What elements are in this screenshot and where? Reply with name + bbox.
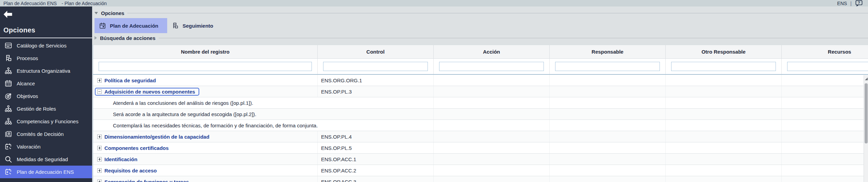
record-link[interactable]: Adquisición de nuevos componentes [104, 89, 195, 95]
record-name-wrapper: Identificación [95, 155, 142, 163]
sidebar-item[interactable]: Gestión de Roles [0, 102, 92, 115]
sidebar-item[interactable]: Catálogo de Servicios [0, 39, 92, 52]
record-link[interactable]: Segregación de funciones y tareas [104, 179, 189, 182]
control-cell: ENS.OP.ACC.1 [318, 154, 434, 165]
column-filter-input[interactable] [323, 62, 428, 71]
sidebar-title: Opciones [0, 19, 92, 38]
action-description-cell: Será acorde a la arquitectura de segurid… [93, 109, 434, 120]
sidebar-item[interactable]: Plan de Adecuación ENS [0, 166, 92, 178]
column-filter-input[interactable] [671, 62, 776, 71]
otro-responsable-cell [666, 97, 782, 108]
record-name-wrapper: Política de seguridad [95, 76, 160, 84]
expand-icon[interactable] [97, 78, 102, 83]
otro-responsable-cell [666, 154, 782, 165]
search-section-header[interactable]: Búsqueda de acciones [95, 33, 868, 43]
column-header[interactable]: Otro Responsable [666, 45, 782, 59]
sidebar-item-label: Medidas de Seguridad [17, 156, 68, 162]
view-tabs: Plan de AdecuaciónSeguimiento [95, 18, 868, 33]
accion-cell [434, 109, 550, 120]
responsable-cell [550, 154, 666, 165]
record-link[interactable]: Política de seguridad [104, 78, 156, 83]
breadcrumb: - Plan de Adecuación [61, 1, 106, 6]
recursos-cell [782, 75, 868, 86]
otro-responsable-cell [666, 120, 782, 131]
responsable-cell [550, 176, 666, 182]
recursos-cell [782, 97, 868, 108]
recursos-cell [782, 86, 868, 97]
otro-responsable-cell [666, 86, 782, 97]
column-filter-input[interactable] [555, 62, 660, 71]
record-link[interactable]: Identificación [104, 156, 138, 162]
record-link[interactable]: Componentes certificados [104, 145, 169, 151]
sidebar-item[interactable]: Comités de Decisión [0, 128, 92, 140]
recursos-cell [782, 120, 868, 131]
sidebar-item-label: Plan de Adecuación ENS [17, 169, 74, 175]
accion-cell [434, 75, 550, 86]
control-cell: ENS.OP.PL.3 [318, 86, 434, 97]
column-header[interactable]: Responsable [550, 45, 666, 59]
sidebar-item-label: Valoración [17, 144, 41, 150]
column-header[interactable]: Nombre del registro [93, 45, 318, 59]
record-name-cell: Componentes certificados [93, 142, 318, 153]
accion-cell [434, 86, 550, 97]
sidebar-item[interactable]: Valoración [0, 140, 92, 153]
expand-icon[interactable] [97, 146, 102, 150]
tab-seguimiento[interactable]: Seguimiento [167, 18, 222, 33]
sidebar-divider [0, 38, 92, 38]
options-section-label: Opciones [101, 10, 124, 16]
collapse-icon[interactable] [97, 89, 102, 94]
table-row: Política de seguridadENS.ORG.ORG.1 [93, 75, 868, 86]
column-header[interactable]: Acción [434, 45, 550, 59]
sidebar: Opciones Catálogo de ServiciosProcesosEs… [0, 6, 92, 182]
record-name-wrapper: Componentes certificados [95, 144, 173, 152]
responsable-cell [550, 142, 666, 153]
grid-body: Política de seguridadENS.ORG.ORG.1Adquis… [93, 75, 868, 182]
sidebar-item[interactable]: Objetivos [0, 90, 92, 102]
scrollbar-thumb[interactable] [865, 83, 868, 143]
expand-icon[interactable] [97, 168, 102, 173]
column-filter-input[interactable] [439, 62, 544, 71]
column-filter-input[interactable] [99, 62, 312, 71]
titlebar-separator: | [850, 1, 852, 6]
record-link[interactable]: Requisitos de acceso [104, 168, 157, 173]
otro-responsable-cell [666, 131, 782, 142]
section-rule [159, 38, 868, 38]
catalog-icon [4, 42, 12, 50]
help-button[interactable]: ? [855, 0, 863, 6]
back-button[interactable] [3, 10, 13, 19]
record-link[interactable]: Dimensionamiento/gestión de la capacidad [104, 134, 209, 140]
target-icon [4, 92, 12, 100]
sidebar-item-label: Alcance [17, 81, 35, 86]
expand-icon[interactable] [97, 180, 102, 182]
expand-icon[interactable] [97, 157, 102, 162]
expand-icon[interactable] [97, 135, 102, 139]
sidebar-item[interactable]: Competencias y Funciones [0, 115, 92, 128]
accion-cell [434, 142, 550, 153]
org-squares-icon [172, 22, 179, 29]
tab-label: Plan de Adecuación [110, 23, 158, 29]
responsable-cell [550, 97, 666, 108]
org-tree-icon [4, 117, 12, 125]
filter-cell [550, 59, 666, 74]
sidebar-item[interactable]: Alcance [0, 77, 92, 90]
window-title-bar: Plan de Adecuación ENS - Plan de Adecuac… [0, 0, 868, 6]
record-name-cell: Adquisición de nuevos componentes [93, 86, 318, 97]
tab-plan-de-adecuaci-n[interactable]: Plan de Adecuación [95, 18, 167, 33]
column-filter-input[interactable] [787, 62, 868, 71]
table-row: Segregación de funciones y tareasENS.OP.… [93, 176, 868, 182]
sidebar-item[interactable]: Medidas de Seguridad [0, 153, 92, 166]
recursos-cell [782, 142, 868, 153]
column-header[interactable]: Recursos [782, 45, 868, 59]
sidebar-item[interactable]: Procesos [0, 52, 92, 65]
responsable-cell [550, 165, 666, 176]
sidebar-item-label: Comités de Decisión [17, 131, 64, 137]
record-name-cell: Identificación [93, 154, 318, 165]
column-header[interactable]: Control [318, 45, 434, 59]
sidebar-item[interactable]: Estructura Organizativa [0, 65, 92, 77]
record-name-wrapper: Requisitos de acceso [95, 167, 161, 174]
record-name-cell: Requisitos de acceso [93, 165, 318, 176]
vertical-scrollbar[interactable] [864, 75, 868, 182]
options-section-header[interactable]: Opciones [95, 8, 868, 18]
app-title: Plan de Adecuación ENS [3, 1, 57, 6]
otro-responsable-cell [666, 75, 782, 86]
